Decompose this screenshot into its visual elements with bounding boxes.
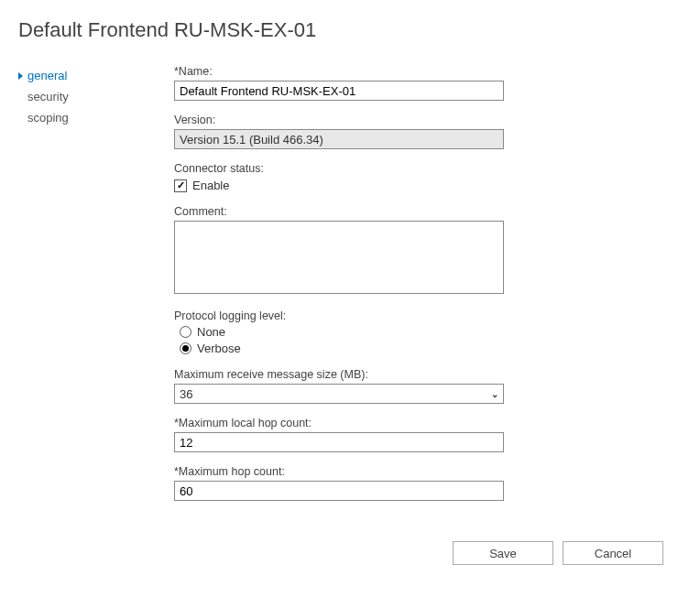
radio-verbose[interactable] xyxy=(180,342,191,354)
max-local-hop-label: *Maximum local hop count: xyxy=(174,417,522,429)
select-value: 36 xyxy=(180,387,192,401)
radio-none-label: None xyxy=(197,325,225,339)
max-receive-size-select[interactable]: 36 ⌄ xyxy=(174,384,504,404)
name-label: *Name: xyxy=(174,65,522,78)
version-input xyxy=(174,129,504,149)
max-hop-input[interactable] xyxy=(174,481,504,501)
chevron-down-icon: ⌄ xyxy=(491,389,498,399)
sidebar-item-label: general xyxy=(27,69,67,82)
button-bar: Save Cancel xyxy=(18,541,682,565)
max-receive-size-label: Maximum receive message size (MB): xyxy=(174,368,522,381)
sidebar: general security scoping xyxy=(18,65,147,514)
name-input[interactable] xyxy=(174,81,504,101)
version-label: Version: xyxy=(174,114,522,126)
sidebar-item-scoping[interactable]: scoping xyxy=(18,107,147,128)
save-button[interactable]: Save xyxy=(453,541,553,565)
enable-checkbox[interactable] xyxy=(174,179,187,192)
max-hop-label: *Maximum hop count: xyxy=(174,465,522,478)
sidebar-item-security[interactable]: security xyxy=(18,86,147,107)
protocol-logging-label: Protocol logging level: xyxy=(174,309,522,322)
comment-textarea[interactable] xyxy=(174,221,504,294)
radio-none[interactable] xyxy=(180,326,191,338)
sidebar-item-general[interactable]: general xyxy=(18,65,147,86)
cancel-button[interactable]: Cancel xyxy=(563,541,663,565)
form-content: *Name: Version: Connector status: Enable… xyxy=(174,65,522,514)
radio-verbose-label: Verbose xyxy=(197,342,241,355)
connector-status-label: Connector status: xyxy=(174,162,522,175)
enable-label: Enable xyxy=(192,179,229,192)
page-title: Default Frontend RU-MSK-EX-01 xyxy=(18,18,682,42)
comment-label: Comment: xyxy=(174,205,522,218)
caret-right-icon xyxy=(18,72,23,80)
max-local-hop-input[interactable] xyxy=(174,432,504,452)
sidebar-item-label: scoping xyxy=(27,111,69,125)
sidebar-item-label: security xyxy=(27,90,69,103)
